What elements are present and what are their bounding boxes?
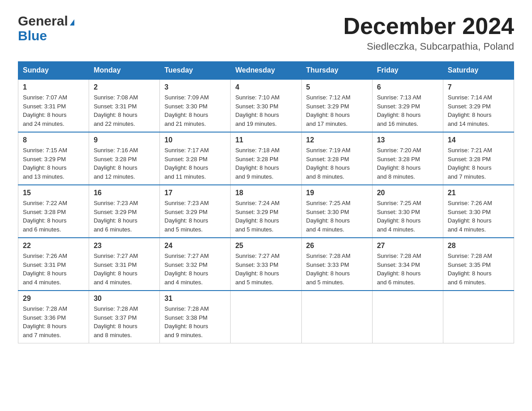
calendar-cell: 19 Sunrise: 7:25 AM Sunset: 3:30 PM Dayl… [301, 185, 372, 238]
day-number: 17 [164, 189, 226, 197]
day-info: Sunrise: 7:28 AM Sunset: 3:36 PM Dayligh… [23, 304, 84, 339]
calendar-cell: 18 Sunrise: 7:24 AM Sunset: 3:29 PM Dayl… [231, 185, 301, 238]
calendar-cell: 4 Sunrise: 7:10 AM Sunset: 3:30 PM Dayli… [231, 79, 301, 132]
day-number: 20 [377, 189, 438, 197]
day-info: Sunrise: 7:12 AM Sunset: 3:29 PM Dayligh… [306, 93, 368, 128]
day-info: Sunrise: 7:27 AM Sunset: 3:33 PM Dayligh… [235, 252, 296, 287]
header-cell-sunday: Sunday [18, 62, 89, 80]
week-row-4: 22 Sunrise: 7:26 AM Sunset: 3:31 PM Dayl… [18, 238, 514, 291]
day-number: 28 [448, 242, 509, 250]
calendar-cell: 2 Sunrise: 7:08 AM Sunset: 3:31 PM Dayli… [89, 79, 160, 132]
logo-blue-text: Blue [18, 28, 47, 43]
calendar-cell: 22 Sunrise: 7:26 AM Sunset: 3:31 PM Dayl… [18, 238, 89, 291]
calendar-cell [301, 291, 372, 343]
calendar-cell: 1 Sunrise: 7:07 AM Sunset: 3:31 PM Dayli… [18, 79, 89, 132]
day-number: 18 [235, 189, 296, 197]
header-cell-thursday: Thursday [301, 62, 372, 80]
calendar-cell: 5 Sunrise: 7:12 AM Sunset: 3:29 PM Dayli… [301, 79, 372, 132]
week-row-3: 15 Sunrise: 7:22 AM Sunset: 3:28 PM Dayl… [18, 185, 514, 238]
day-info: Sunrise: 7:26 AM Sunset: 3:30 PM Dayligh… [448, 199, 509, 234]
calendar-cell: 14 Sunrise: 7:21 AM Sunset: 3:28 PM Dayl… [443, 132, 514, 185]
day-number: 14 [448, 136, 509, 144]
day-info: Sunrise: 7:26 AM Sunset: 3:31 PM Dayligh… [23, 252, 84, 287]
day-info: Sunrise: 7:18 AM Sunset: 3:28 PM Dayligh… [235, 146, 296, 181]
day-number: 12 [306, 136, 368, 144]
calendar-cell: 29 Sunrise: 7:28 AM Sunset: 3:36 PM Dayl… [18, 291, 89, 343]
day-number: 6 [377, 83, 438, 91]
day-info: Sunrise: 7:28 AM Sunset: 3:33 PM Dayligh… [306, 252, 368, 287]
calendar-cell: 12 Sunrise: 7:19 AM Sunset: 3:28 PM Dayl… [301, 132, 372, 185]
calendar-cell: 24 Sunrise: 7:27 AM Sunset: 3:32 PM Dayl… [160, 238, 231, 291]
calendar-cell: 13 Sunrise: 7:20 AM Sunset: 3:28 PM Dayl… [372, 132, 443, 185]
day-number: 9 [94, 136, 155, 144]
day-number: 24 [164, 242, 226, 250]
calendar-cell: 21 Sunrise: 7:26 AM Sunset: 3:30 PM Dayl… [443, 185, 514, 238]
day-info: Sunrise: 7:24 AM Sunset: 3:29 PM Dayligh… [235, 199, 296, 234]
day-info: Sunrise: 7:08 AM Sunset: 3:31 PM Dayligh… [94, 93, 155, 128]
calendar-cell: 28 Sunrise: 7:28 AM Sunset: 3:35 PM Dayl… [443, 238, 514, 291]
calendar-cell: 8 Sunrise: 7:15 AM Sunset: 3:29 PM Dayli… [18, 132, 89, 185]
day-number: 26 [306, 242, 368, 250]
calendar-cell: 10 Sunrise: 7:17 AM Sunset: 3:28 PM Dayl… [160, 132, 231, 185]
day-info: Sunrise: 7:16 AM Sunset: 3:28 PM Dayligh… [94, 146, 155, 181]
day-number: 19 [306, 189, 368, 197]
calendar-cell: 27 Sunrise: 7:28 AM Sunset: 3:34 PM Dayl… [372, 238, 443, 291]
day-info: Sunrise: 7:21 AM Sunset: 3:28 PM Dayligh… [448, 146, 509, 181]
day-info: Sunrise: 7:27 AM Sunset: 3:31 PM Dayligh… [94, 252, 155, 287]
day-number: 16 [94, 189, 155, 197]
day-number: 21 [448, 189, 509, 197]
day-info: Sunrise: 7:22 AM Sunset: 3:28 PM Dayligh… [23, 199, 84, 234]
day-number: 5 [306, 83, 368, 91]
logo: General Blue [18, 13, 74, 43]
title-section: December 2024 Siedleczka, Subcarpathia, … [343, 13, 514, 52]
day-info: Sunrise: 7:14 AM Sunset: 3:29 PM Dayligh… [448, 93, 509, 128]
day-number: 31 [164, 295, 226, 303]
day-number: 10 [164, 136, 226, 144]
calendar-cell: 6 Sunrise: 7:13 AM Sunset: 3:29 PM Dayli… [372, 79, 443, 132]
calendar-cell: 9 Sunrise: 7:16 AM Sunset: 3:28 PM Dayli… [89, 132, 160, 185]
day-info: Sunrise: 7:23 AM Sunset: 3:29 PM Dayligh… [94, 199, 155, 234]
day-info: Sunrise: 7:15 AM Sunset: 3:29 PM Dayligh… [23, 146, 84, 181]
logo-triangle-icon [70, 19, 74, 26]
day-number: 23 [94, 242, 155, 250]
calendar-cell: 11 Sunrise: 7:18 AM Sunset: 3:28 PM Dayl… [231, 132, 301, 185]
page-header: General Blue December 2024 Siedleczka, S… [18, 13, 514, 52]
calendar-cell: 16 Sunrise: 7:23 AM Sunset: 3:29 PM Dayl… [89, 185, 160, 238]
day-info: Sunrise: 7:28 AM Sunset: 3:35 PM Dayligh… [448, 252, 509, 287]
day-info: Sunrise: 7:28 AM Sunset: 3:34 PM Dayligh… [377, 252, 438, 287]
day-number: 2 [94, 83, 155, 91]
day-number: 30 [94, 295, 155, 303]
day-info: Sunrise: 7:28 AM Sunset: 3:38 PM Dayligh… [164, 304, 226, 339]
calendar-body: 1 Sunrise: 7:07 AM Sunset: 3:31 PM Dayli… [18, 79, 514, 343]
day-number: 29 [23, 295, 84, 303]
day-number: 13 [377, 136, 438, 144]
calendar-cell: 3 Sunrise: 7:09 AM Sunset: 3:30 PM Dayli… [160, 79, 231, 132]
day-info: Sunrise: 7:23 AM Sunset: 3:29 PM Dayligh… [164, 199, 226, 234]
header-cell-tuesday: Tuesday [160, 62, 231, 80]
calendar-cell: 20 Sunrise: 7:25 AM Sunset: 3:30 PM Dayl… [372, 185, 443, 238]
day-number: 25 [235, 242, 296, 250]
week-row-5: 29 Sunrise: 7:28 AM Sunset: 3:36 PM Dayl… [18, 291, 514, 343]
week-row-2: 8 Sunrise: 7:15 AM Sunset: 3:29 PM Dayli… [18, 132, 514, 185]
calendar-cell: 17 Sunrise: 7:23 AM Sunset: 3:29 PM Dayl… [160, 185, 231, 238]
day-info: Sunrise: 7:09 AM Sunset: 3:30 PM Dayligh… [164, 93, 226, 128]
calendar-cell: 15 Sunrise: 7:22 AM Sunset: 3:28 PM Dayl… [18, 185, 89, 238]
location-subtitle: Siedleczka, Subcarpathia, Poland [343, 41, 514, 52]
header-row: SundayMondayTuesdayWednesdayThursdayFrid… [18, 62, 514, 80]
header-cell-wednesday: Wednesday [231, 62, 301, 80]
header-cell-friday: Friday [372, 62, 443, 80]
day-info: Sunrise: 7:25 AM Sunset: 3:30 PM Dayligh… [377, 199, 438, 234]
day-info: Sunrise: 7:17 AM Sunset: 3:28 PM Dayligh… [164, 146, 226, 181]
day-number: 15 [23, 189, 84, 197]
day-number: 1 [23, 83, 84, 91]
day-info: Sunrise: 7:07 AM Sunset: 3:31 PM Dayligh… [23, 93, 84, 128]
calendar-header: SundayMondayTuesdayWednesdayThursdayFrid… [18, 62, 514, 80]
calendar-cell: 7 Sunrise: 7:14 AM Sunset: 3:29 PM Dayli… [443, 79, 514, 132]
calendar-cell: 31 Sunrise: 7:28 AM Sunset: 3:38 PM Dayl… [160, 291, 231, 343]
header-cell-saturday: Saturday [443, 62, 514, 80]
week-row-1: 1 Sunrise: 7:07 AM Sunset: 3:31 PM Dayli… [18, 79, 514, 132]
month-title: December 2024 [343, 13, 514, 39]
day-info: Sunrise: 7:27 AM Sunset: 3:32 PM Dayligh… [164, 252, 226, 287]
calendar-cell: 23 Sunrise: 7:27 AM Sunset: 3:31 PM Dayl… [89, 238, 160, 291]
logo-general-text: General [18, 13, 68, 28]
